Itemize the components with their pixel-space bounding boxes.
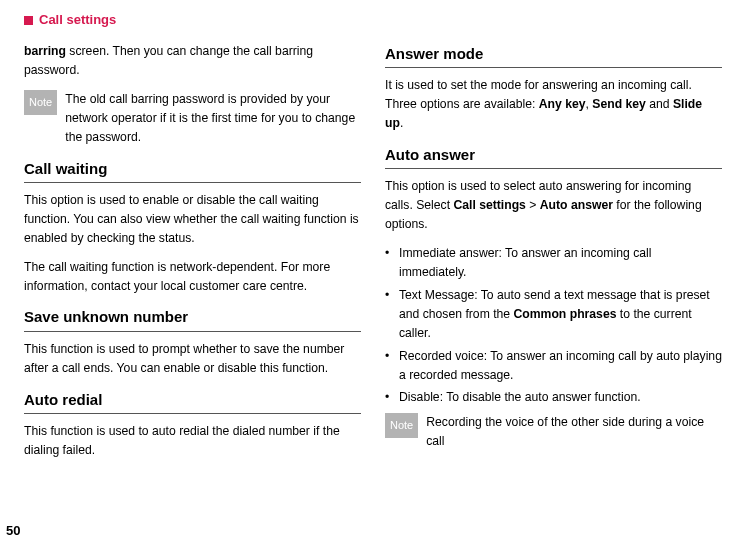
note-badge: Note [24,90,57,115]
note-badge: Note [385,413,418,438]
barring-bold: barring [24,44,66,58]
rule [385,67,722,68]
sep: and [646,97,673,111]
list-item: • Immediate answer: To answer an incomin… [385,244,722,282]
save-unknown-p: This function is used to prompt whether … [24,340,361,378]
rule [24,182,361,183]
bullet-icon: • [385,244,399,282]
note-text: The old call barring password is provide… [65,90,361,147]
gt: > [526,198,540,212]
auto-redial-p: This function is used to auto redial the… [24,422,361,460]
heading-auto-redial: Auto redial [24,388,361,411]
end: . [400,116,403,130]
note-old-password: Note The old call barring password is pr… [24,90,361,147]
heading-answer-mode: Answer mode [385,42,722,65]
barring-rest: screen. Then you can change the call bar… [24,44,313,77]
answer-mode-sendkey: Send key [592,97,646,111]
call-waiting-p1: This option is used to enable or disable… [24,191,361,248]
section-title: Call settings [39,10,116,30]
header-bar: Call settings [24,10,722,30]
rule [24,331,361,332]
content-columns: barring screen. Then you can change the … [24,42,722,469]
note-recording: Note Recording the voice of the other si… [385,413,722,451]
heading-save-unknown: Save unknown number [24,305,361,328]
list-item: • Text Message: To auto send a text mess… [385,286,722,343]
bullet-icon: • [385,388,399,407]
header-square-icon [24,16,33,25]
auto-answer-b2: Auto answer [540,198,613,212]
note-text: Recording the voice of the other side du… [426,413,722,451]
bullet-text: Disable: To disable the auto answer func… [399,388,641,407]
list-item: • Disable: To disable the auto answer fu… [385,388,722,407]
answer-mode-p: It is used to set the mode for answering… [385,76,722,133]
b2-bold: Common phrases [514,307,617,321]
bullet-text: Recorded voice: To answer an incoming ca… [399,347,722,385]
rule [24,413,361,414]
barring-paragraph: barring screen. Then you can change the … [24,42,361,80]
bullet-text: Text Message: To auto send a text messag… [399,286,722,343]
call-waiting-p2: The call waiting function is network-dep… [24,258,361,296]
bullet-icon: • [385,347,399,385]
auto-answer-b1: Call settings [453,198,525,212]
right-column: Answer mode It is used to set the mode f… [385,42,722,469]
bullet-icon: • [385,286,399,343]
heading-call-waiting: Call waiting [24,157,361,180]
page-number: 50 [6,521,20,541]
auto-answer-bullets: • Immediate answer: To answer an incomin… [385,244,722,407]
answer-mode-anykey: Any key [539,97,586,111]
auto-answer-p: This option is used to select auto answe… [385,177,722,234]
list-item: • Recorded voice: To answer an incoming … [385,347,722,385]
bullet-text: Immediate answer: To answer an incoming … [399,244,722,282]
heading-auto-answer: Auto answer [385,143,722,166]
left-column: barring screen. Then you can change the … [24,42,361,469]
rule [385,168,722,169]
